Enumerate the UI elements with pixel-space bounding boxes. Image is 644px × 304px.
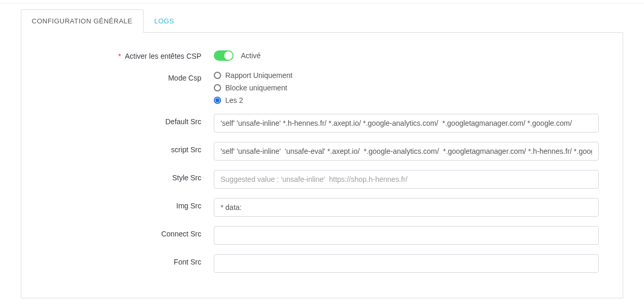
- label-connect-src: Connect Src: [37, 226, 214, 238]
- radio-label-both: Les 2: [225, 96, 243, 104]
- radio-group-mode-csp: Rapport Uniquement Blocke uniquement Les…: [214, 70, 599, 104]
- required-asterisk: *: [118, 52, 121, 60]
- input-style-src[interactable]: [214, 170, 599, 189]
- label-default-src: Default Src: [37, 114, 214, 126]
- label-style-src: Style Src: [37, 170, 214, 182]
- enable-csp-label-text: Activer les entêtes CSP: [125, 52, 201, 60]
- label-img-src: Img Src: [37, 198, 214, 210]
- input-default-src[interactable]: [214, 114, 599, 133]
- tabs: CONFIGURATION GÉNÉRALE LOGS: [21, 9, 623, 33]
- radio-block-only[interactable]: Blocke uniquement: [214, 84, 599, 92]
- radio-icon-selected: [214, 97, 221, 104]
- tab-logs[interactable]: LOGS: [144, 9, 185, 33]
- input-font-src[interactable]: [214, 254, 599, 273]
- radio-icon: [214, 84, 221, 91]
- toggle-enable-csp[interactable]: [214, 50, 234, 61]
- config-panel: * Activer les entêtes CSP Activé Mode Cs…: [21, 33, 623, 298]
- label-mode-csp: Mode Csp: [37, 70, 214, 82]
- radio-both[interactable]: Les 2: [214, 96, 599, 104]
- radio-icon: [214, 72, 221, 79]
- tab-configuration-generale[interactable]: CONFIGURATION GÉNÉRALE: [21, 9, 144, 33]
- radio-label-block-only: Blocke uniquement: [225, 84, 287, 92]
- label-font-src: Font Src: [37, 254, 214, 266]
- input-script-src[interactable]: [214, 142, 599, 161]
- label-script-src: script Src: [37, 142, 214, 154]
- label-enable-csp: * Activer les entêtes CSP: [37, 48, 214, 60]
- input-img-src[interactable]: [214, 198, 599, 217]
- radio-label-report-only: Rapport Uniquement: [225, 71, 292, 80]
- input-connect-src[interactable]: [214, 226, 599, 245]
- toggle-status-label: Activé: [241, 51, 261, 60]
- radio-report-only[interactable]: Rapport Uniquement: [214, 71, 599, 80]
